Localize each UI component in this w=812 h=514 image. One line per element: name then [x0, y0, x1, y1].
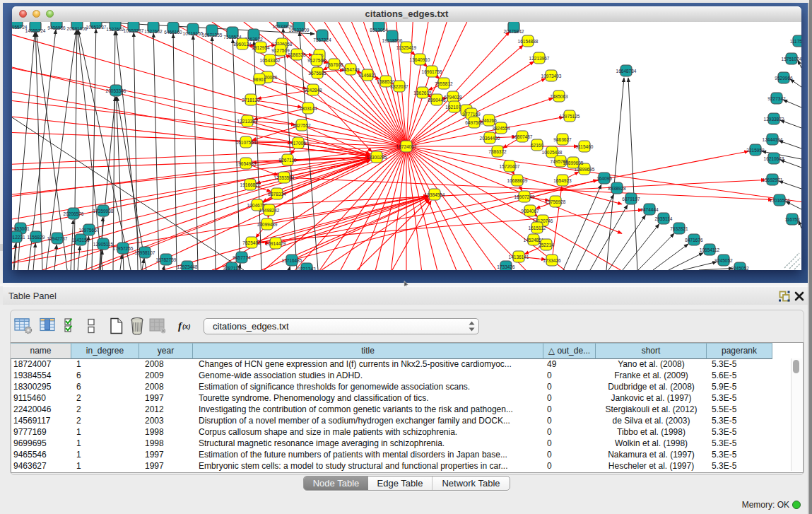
svg-text:15720407: 15720407 — [500, 164, 520, 169]
svg-text:19218506: 19218506 — [382, 38, 403, 43]
svg-text:9457774: 9457774 — [233, 255, 251, 260]
svg-text:19384554: 19384554 — [425, 192, 445, 197]
svg-text:8267110: 8267110 — [279, 158, 297, 163]
svg-text:9227342: 9227342 — [767, 96, 786, 101]
svg-text:16648784: 16648784 — [616, 69, 637, 74]
svg-text:746266: 746266 — [481, 118, 497, 123]
svg-text:9406986: 9406986 — [47, 25, 66, 30]
svg-text:19756928: 19756928 — [546, 199, 566, 204]
svg-text:7625402: 7625402 — [242, 240, 261, 245]
svg-text:6879197: 6879197 — [622, 197, 640, 201]
svg-text:10543362: 10543362 — [260, 58, 281, 63]
svg-text:8813054: 8813054 — [370, 28, 388, 33]
svg-text:2803144: 2803144 — [299, 106, 317, 111]
svg-text:1588520: 1588520 — [377, 79, 395, 84]
svg-text:19654983: 19654983 — [236, 161, 257, 166]
svg-text:12213383: 12213383 — [237, 119, 258, 124]
svg-text:417006: 417006 — [290, 141, 306, 146]
svg-text:20364436: 20364436 — [480, 136, 500, 141]
svg-text:10807487: 10807487 — [512, 134, 533, 139]
svg-text:17016504: 17016504 — [770, 198, 790, 203]
svg-text:15751074: 15751074 — [782, 57, 801, 62]
svg-text:12933872: 12933872 — [764, 117, 784, 122]
svg-text:9127509: 9127509 — [271, 48, 290, 53]
svg-text:9115460: 9115460 — [576, 144, 594, 149]
svg-text:1733426: 1733426 — [543, 258, 561, 263]
svg-text:9427552: 9427552 — [293, 123, 311, 128]
svg-text:9463627: 9463627 — [553, 137, 572, 142]
svg-text:10025438: 10025438 — [542, 150, 563, 155]
svg-text:1453001: 1453001 — [12, 226, 30, 231]
svg-text:10688609: 10688609 — [507, 178, 528, 183]
svg-text:1527602: 1527602 — [106, 27, 124, 32]
svg-text:19166827: 19166827 — [240, 182, 261, 187]
svg-text:3912954: 3912954 — [252, 45, 270, 50]
svg-text:164095: 164095 — [596, 176, 612, 181]
svg-text:10653287: 10653287 — [124, 28, 144, 33]
svg-text:10653287: 10653287 — [86, 25, 107, 30]
svg-text:17359938: 17359938 — [93, 209, 114, 214]
svg-text:8938928: 8938928 — [608, 186, 626, 191]
svg-text:10899695: 10899695 — [563, 160, 584, 165]
svg-text:7485063: 7485063 — [550, 94, 568, 99]
svg-text:15692971: 15692971 — [763, 177, 783, 182]
svg-text:20053346: 20053346 — [106, 88, 126, 93]
svg-text:8471676: 8471676 — [685, 238, 703, 243]
svg-text:20206576: 20206576 — [64, 211, 84, 216]
svg-text:10973493: 10973493 — [541, 74, 562, 78]
svg-text:7386372: 7386372 — [488, 149, 507, 154]
svg-text:(x): (x) — [182, 322, 191, 331]
svg-text:6794028: 6794028 — [444, 95, 462, 100]
svg-text:2718120: 2718120 — [242, 98, 260, 103]
svg-text:13640910: 13640910 — [410, 57, 430, 62]
svg-text:9529966: 9529966 — [775, 76, 793, 81]
svg-text:17957255: 17957255 — [113, 246, 134, 251]
svg-text:16961758: 16961758 — [422, 69, 442, 74]
svg-text:8186328: 8186328 — [288, 52, 306, 57]
svg-text:12942737: 12942737 — [47, 236, 68, 241]
svg-text:20876842: 20876842 — [504, 29, 524, 34]
svg-text:9146821: 9146821 — [358, 73, 377, 78]
svg-text:98901: 98901 — [253, 77, 266, 82]
svg-text:3912231: 3912231 — [12, 235, 25, 240]
svg-text:16782759: 16782759 — [156, 257, 177, 262]
svg-text:18300295: 18300295 — [367, 155, 387, 160]
svg-text:1156829: 1156829 — [28, 235, 45, 240]
svg-text:14099489: 14099489 — [257, 222, 278, 227]
svg-text:8960124: 8960124 — [233, 42, 252, 47]
svg-text:12213967: 12213967 — [529, 56, 550, 61]
svg-text:18724007: 18724007 — [396, 144, 417, 149]
svg-text:7632821: 7632821 — [670, 226, 688, 231]
svg-text:14498242: 14498242 — [259, 208, 280, 213]
svg-text:16033809: 16033809 — [289, 28, 310, 33]
svg-text:8322037: 8322037 — [390, 84, 408, 89]
svg-text:16671355: 16671355 — [202, 33, 223, 37]
svg-text:16107554: 16107554 — [236, 140, 257, 145]
svg-text:14136141: 14136141 — [509, 255, 529, 259]
svg-text:12444194: 12444194 — [763, 137, 783, 142]
svg-text:1527602: 1527602 — [144, 29, 163, 34]
svg-text:3675685: 3675685 — [308, 71, 326, 76]
svg-text:14055724: 14055724 — [25, 28, 46, 33]
svg-text:2935114: 2935114 — [655, 216, 673, 221]
svg-text:1117532: 1117532 — [790, 39, 801, 44]
svg-text:8454749: 8454749 — [341, 67, 360, 72]
svg-text:10914479: 10914479 — [266, 241, 286, 246]
svg-text:12975125: 12975125 — [560, 114, 580, 119]
svg-text:6466160: 6466160 — [164, 30, 182, 35]
svg-text:18907249: 18907249 — [514, 194, 535, 199]
svg-text:7857224: 7857224 — [313, 37, 331, 42]
svg-text:8878334: 8878334 — [268, 192, 286, 197]
svg-text:9221343: 9221343 — [298, 267, 316, 271]
svg-text:9474444: 9474444 — [640, 207, 659, 212]
svg-text:9777169: 9777169 — [462, 112, 481, 117]
svg-text:16154838: 16154838 — [518, 39, 539, 44]
svg-text:20691406: 20691406 — [67, 26, 88, 31]
svg-text:8990448: 8990448 — [428, 98, 446, 103]
svg-text:13716485: 13716485 — [282, 258, 302, 263]
svg-text:11325419: 11325419 — [396, 45, 417, 50]
svg-text:12905115: 12905115 — [93, 242, 114, 247]
svg-text:16210643: 16210643 — [764, 156, 784, 161]
svg-text:10654112: 10654112 — [700, 247, 720, 252]
svg-text:3824554: 3824554 — [492, 126, 510, 131]
